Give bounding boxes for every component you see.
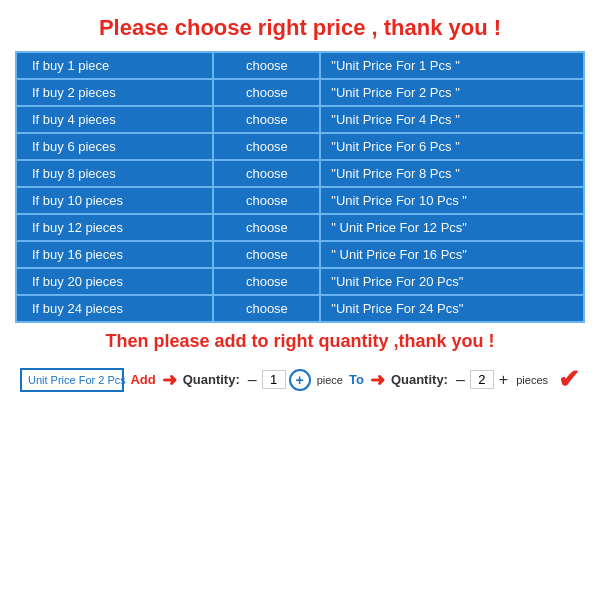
table-row[interactable]: If buy 4 pieceschoose"Unit Price For 4 P… bbox=[16, 106, 584, 133]
decrease-btn-1[interactable]: – bbox=[246, 371, 259, 389]
table-row[interactable]: If buy 6 pieceschoose"Unit Price For 6 P… bbox=[16, 133, 584, 160]
table-row[interactable]: If buy 20 pieceschoose"Unit Price For 20… bbox=[16, 268, 584, 295]
decrease-btn-2[interactable]: – bbox=[454, 371, 467, 389]
footer-title: Then please add to right quantity ,thank… bbox=[105, 331, 494, 352]
page-title: Please choose right price , thank you ! bbox=[99, 15, 501, 41]
piece-label-2: pieces bbox=[516, 374, 548, 386]
condition-cell: If buy 6 pieces bbox=[16, 133, 213, 160]
quantity-label-1: Quantity: bbox=[183, 372, 240, 387]
condition-cell: If buy 1 piece bbox=[16, 52, 213, 79]
condition-cell: If buy 8 pieces bbox=[16, 160, 213, 187]
qty-input-2[interactable] bbox=[470, 370, 494, 389]
table-row[interactable]: If buy 10 pieceschoose"Unit Price For 10… bbox=[16, 187, 584, 214]
to-label: To bbox=[349, 372, 364, 387]
increase-btn-1[interactable]: + bbox=[289, 369, 311, 391]
table-row[interactable]: If buy 12 pieceschoose" Unit Price For 1… bbox=[16, 214, 584, 241]
action-cell[interactable]: choose bbox=[213, 52, 320, 79]
piece-label-1: piece bbox=[317, 374, 343, 386]
action-cell[interactable]: choose bbox=[213, 160, 320, 187]
table-row[interactable]: If buy 1 piecechoose"Unit Price For 1 Pc… bbox=[16, 52, 584, 79]
condition-cell: If buy 2 pieces bbox=[16, 79, 213, 106]
action-cell[interactable]: choose bbox=[213, 187, 320, 214]
price-cell: "Unit Price For 4 Pcs " bbox=[320, 106, 584, 133]
price-cell: " Unit Price For 12 Pcs" bbox=[320, 214, 584, 241]
price-table: If buy 1 piecechoose"Unit Price For 1 Pc… bbox=[15, 51, 585, 323]
action-cell[interactable]: choose bbox=[213, 106, 320, 133]
action-cell[interactable]: choose bbox=[213, 268, 320, 295]
table-row[interactable]: If buy 24 pieceschoose"Unit Price For 24… bbox=[16, 295, 584, 322]
action-cell[interactable]: choose bbox=[213, 79, 320, 106]
condition-cell: If buy 20 pieces bbox=[16, 268, 213, 295]
qty-controls-2: – + bbox=[454, 370, 510, 389]
price-cell: "Unit Price For 20 Pcs" bbox=[320, 268, 584, 295]
condition-cell: If buy 4 pieces bbox=[16, 106, 213, 133]
price-cell: " Unit Price For 16 Pcs" bbox=[320, 241, 584, 268]
unit-price-box: Unit Price For 2 Pcs bbox=[20, 368, 124, 392]
action-cell[interactable]: choose bbox=[213, 295, 320, 322]
price-cell: "Unit Price For 1 Pcs " bbox=[320, 52, 584, 79]
table-row[interactable]: If buy 8 pieceschoose"Unit Price For 8 P… bbox=[16, 160, 584, 187]
action-cell[interactable]: choose bbox=[213, 133, 320, 160]
arrow-icon-1: ➜ bbox=[162, 369, 177, 391]
price-cell: "Unit Price For 2 Pcs " bbox=[320, 79, 584, 106]
price-cell: "Unit Price For 10 Pcs " bbox=[320, 187, 584, 214]
price-cell: "Unit Price For 24 Pcs" bbox=[320, 295, 584, 322]
arrow-icon-2: ➜ bbox=[370, 369, 385, 391]
checkmark-icon: ✔ bbox=[558, 364, 580, 395]
quantity-label-2: Quantity: bbox=[391, 372, 448, 387]
action-cell[interactable]: choose bbox=[213, 214, 320, 241]
add-label: Add bbox=[130, 372, 155, 387]
qty-input-1[interactable] bbox=[262, 370, 286, 389]
price-cell: "Unit Price For 8 Pcs " bbox=[320, 160, 584, 187]
bottom-controls: Unit Price For 2 Pcs Add ➜ Quantity: – +… bbox=[15, 360, 585, 399]
increase-btn-2[interactable]: + bbox=[497, 371, 510, 389]
table-row[interactable]: If buy 2 pieceschoose"Unit Price For 2 P… bbox=[16, 79, 584, 106]
condition-cell: If buy 16 pieces bbox=[16, 241, 213, 268]
condition-cell: If buy 10 pieces bbox=[16, 187, 213, 214]
price-cell: "Unit Price For 6 Pcs " bbox=[320, 133, 584, 160]
action-cell[interactable]: choose bbox=[213, 241, 320, 268]
condition-cell: If buy 24 pieces bbox=[16, 295, 213, 322]
qty-controls-1: – + bbox=[246, 369, 311, 391]
condition-cell: If buy 12 pieces bbox=[16, 214, 213, 241]
table-row[interactable]: If buy 16 pieceschoose" Unit Price For 1… bbox=[16, 241, 584, 268]
